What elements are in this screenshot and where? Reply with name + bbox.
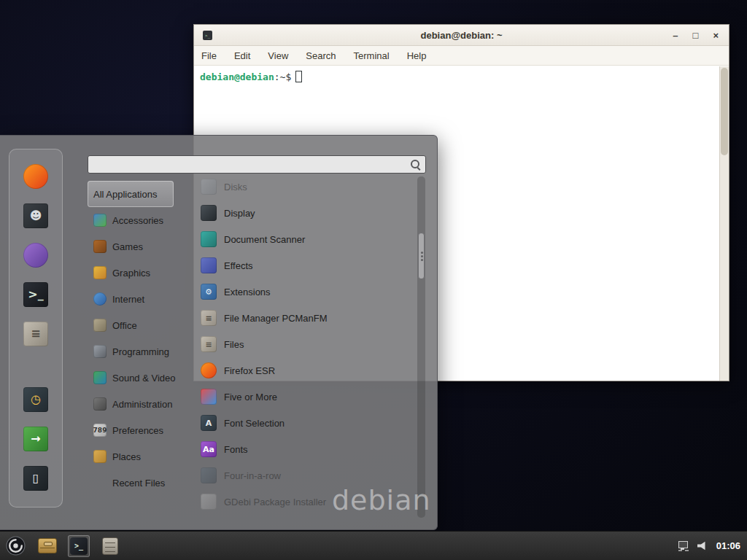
category-label-all-applications: All Applications (93, 189, 157, 200)
category-label-places: Places (112, 451, 141, 462)
firefox-icon (23, 164, 48, 189)
category-graphics[interactable]: Graphics (88, 260, 196, 286)
terminal-scrollbar[interactable] (719, 66, 729, 381)
font-selection-icon: A (201, 415, 217, 431)
minimize-button[interactable]: – (673, 31, 678, 40)
administration-icon (93, 397, 107, 411)
internet-icon (93, 292, 107, 306)
maximize-button[interactable]: □ (693, 31, 699, 40)
file-manager-launcher[interactable] (36, 535, 58, 557)
users-icon: ☻ (23, 203, 48, 228)
app-label-font-selection: Font Selection (224, 418, 285, 429)
app-files[interactable]: ≡Files (193, 331, 417, 357)
app-label-four-in-a-row: Four-in-a-row (224, 470, 281, 481)
games-icon (93, 240, 107, 253)
gdebi-icon (201, 494, 217, 510)
app-label-extensions: Extensions (224, 287, 271, 298)
category-office[interactable]: Office (88, 312, 196, 338)
cabinet-icon: ≡ (23, 322, 48, 346)
app-display[interactable]: Display (193, 200, 417, 226)
favorite-terminal[interactable]: >_ (22, 281, 50, 308)
menu-help[interactable]: Help (407, 50, 427, 61)
category-label-preferences: Preferences (112, 425, 163, 436)
favorite-users[interactable]: ☻ (22, 202, 50, 230)
clock[interactable]: 01:06 (716, 540, 740, 551)
app-firefox-esr[interactable]: Firefox ESR (193, 357, 417, 384)
menu-view[interactable]: View (268, 50, 288, 61)
applications-menu: ☻>_≡◷→▯ All ApplicationsAccessoriesGames… (0, 135, 438, 530)
effects-icon (201, 257, 217, 273)
taskbar-terminal-window[interactable] (68, 535, 90, 557)
terminal-icon: >_ (23, 282, 48, 307)
terminal-titlebar[interactable]: debian@debian: ~ – □ × (194, 25, 729, 46)
app-label-gdebi-package-installer: GDebi Package Installer (224, 497, 326, 508)
app-label-five-or-more: Five or More (224, 392, 277, 402)
category-label-programming: Programming (112, 346, 169, 357)
category-sound-video[interactable]: Sound & Video (88, 365, 196, 391)
app-font-selection[interactable]: AFont Selection (193, 410, 417, 436)
category-places[interactable]: Places (88, 443, 196, 470)
network-icon[interactable] (677, 540, 689, 551)
category-all-applications[interactable]: All Applications (88, 181, 174, 207)
menu-button[interactable] (4, 534, 27, 558)
extensions-icon: ⚙ (201, 284, 217, 300)
doc-scanner-icon (201, 231, 217, 247)
file-cabinet-icon (102, 537, 118, 555)
shutdown-icon: ▯ (23, 466, 48, 491)
category-programming[interactable]: Programming (88, 338, 196, 365)
app-file-manager-pcmanfm[interactable]: ≡File Manager PCManFM (193, 305, 417, 331)
app-effects[interactable]: Effects (193, 252, 417, 279)
close-button[interactable]: × (713, 31, 719, 40)
four-in-a-row-icon (201, 467, 217, 483)
prompt-user-host: debian@debian (200, 71, 274, 82)
taskbar-files-window[interactable] (99, 535, 121, 557)
favorite-pidgin[interactable] (22, 241, 50, 269)
terminal-title: debian@debian: ~ (421, 30, 503, 41)
session-lock-screen[interactable]: ◷ (22, 386, 50, 413)
app-label-fonts: Fonts (224, 444, 248, 455)
search-icon (410, 159, 421, 170)
app-fonts[interactable]: AaFonts (193, 436, 417, 462)
category-administration[interactable]: Administration (88, 391, 196, 417)
folder-drawer-icon (38, 538, 57, 553)
pidgin-icon (23, 243, 48, 268)
app-label-firefox-esr: Firefox ESR (224, 365, 275, 376)
debian-watermark: debian (332, 484, 431, 516)
display-icon (201, 205, 217, 221)
menu-file[interactable]: File (201, 50, 217, 61)
disks-icon (201, 179, 217, 195)
menu-terminal[interactable]: Terminal (354, 50, 390, 61)
favorite-file-manager[interactable]: ≡ (22, 320, 50, 348)
category-recent-files[interactable]: Recent Files (88, 470, 196, 496)
pcmanfm-icon: ≡ (201, 310, 217, 326)
session-shutdown[interactable]: ▯ (22, 464, 50, 492)
category-label-graphics: Graphics (112, 268, 150, 279)
category-preferences[interactable]: 789Preferences (88, 417, 196, 443)
menu-search[interactable]: Search (306, 50, 336, 61)
session-logout[interactable]: → (22, 425, 50, 453)
menu-edit[interactable]: Edit (234, 50, 250, 61)
volume-icon[interactable] (697, 541, 708, 551)
terminal-cursor (295, 71, 302, 82)
category-label-office: Office (112, 320, 137, 331)
terminal-icon (70, 537, 88, 555)
app-extensions[interactable]: ⚙Extensions (193, 279, 417, 305)
favorite-firefox[interactable] (22, 163, 50, 190)
fonts-icon: Aa (201, 441, 217, 457)
search-input[interactable] (93, 159, 410, 170)
app-document-scanner[interactable]: Document Scanner (193, 226, 417, 252)
applications-scrollbar-thumb[interactable] (418, 233, 425, 279)
app-disks[interactable]: Disks (193, 174, 417, 200)
five-or-more-icon (201, 389, 217, 405)
category-label-recent-files: Recent Files (112, 478, 165, 489)
app-five-or-more[interactable]: Five or More (193, 384, 417, 410)
category-accessories[interactable]: Accessories (88, 207, 196, 233)
accessories-icon (93, 214, 107, 227)
menu-logo-icon (6, 536, 26, 556)
category-internet[interactable]: Internet (88, 286, 196, 312)
terminal-scrollbar-thumb[interactable] (721, 68, 728, 155)
applications-scrollbar[interactable] (417, 176, 425, 518)
taskbar: 01:06 (0, 531, 747, 560)
applications-list: DisksDisplayDocument ScannerEffects⚙Exte… (193, 174, 417, 515)
category-games[interactable]: Games (88, 233, 196, 260)
